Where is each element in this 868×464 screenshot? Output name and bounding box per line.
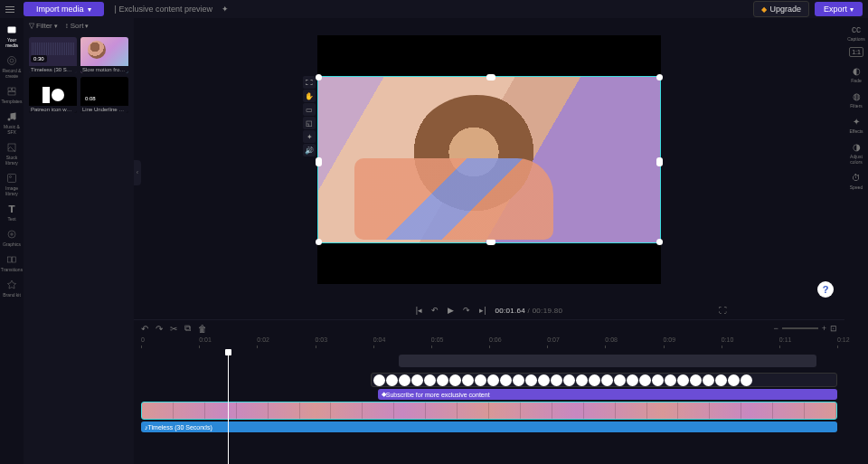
- selected-clip-frame[interactable]: [317, 76, 661, 243]
- canvas[interactable]: ⛶ ✋ ▭ ◱ ✦ 🔊: [317, 35, 661, 284]
- nav-image[interactable]: Image library: [1, 170, 23, 199]
- split-icon[interactable]: ✂: [170, 324, 177, 334]
- ruler-tick: 0:12: [837, 336, 850, 343]
- svg-rect-0: [8, 27, 16, 33]
- ruler-tick: 0:02: [257, 336, 269, 343]
- zoom-in-icon[interactable]: +: [822, 324, 826, 333]
- right-sidebar: ccCaptions 1:1 ◐Fade ◍Filters ✦Effects ◑…: [844, 18, 868, 464]
- delete-icon[interactable]: 🗑: [198, 324, 207, 334]
- media-clip-audio[interactable]: 0:30Timeless (30 Secon...: [29, 37, 77, 73]
- speed-button[interactable]: ⏱Speed: [846, 170, 866, 193]
- sort-dropdown[interactable]: ↕ Sort: [65, 22, 90, 30]
- ruler-tick: 0:11: [779, 336, 792, 343]
- resize-handle-br[interactable]: [656, 239, 663, 245]
- undo-icon[interactable]: ↶: [141, 324, 148, 334]
- media-clip-video[interactable]: Slow motion from B...: [80, 37, 128, 73]
- step-fwd-icon[interactable]: ↷: [463, 306, 470, 315]
- filters-button[interactable]: ◍Filters: [846, 89, 866, 111]
- nav-record[interactable]: Record & create: [1, 52, 23, 81]
- ruler-tick: 0:03: [316, 336, 328, 343]
- breadcrumb-sep: |: [115, 5, 117, 14]
- ruler-tick: 0:01: [199, 336, 212, 343]
- track-clip-text[interactable]: ◆ Subscribe for more exclusive content: [378, 389, 837, 400]
- media-clip-patreon[interactable]: Patreon icon white ...: [29, 77, 77, 113]
- resize-handle-mr[interactable]: [656, 157, 663, 166]
- ruler-tick: 0: [141, 336, 145, 343]
- svg-rect-12: [8, 257, 12, 262]
- volume-icon[interactable]: 🔊: [303, 144, 316, 156]
- pip-icon[interactable]: ◱: [303, 117, 316, 129]
- svg-point-2: [8, 57, 16, 65]
- resize-handle-tl[interactable]: [316, 74, 322, 80]
- track-clip-video[interactable]: [141, 402, 837, 420]
- nav-your-media[interactable]: Your media: [1, 22, 23, 51]
- zoom-out-icon[interactable]: −: [773, 324, 778, 333]
- step-back-icon[interactable]: ↶: [431, 306, 439, 315]
- fit-icon[interactable]: ▭: [303, 103, 316, 116]
- fullscreen-icon[interactable]: ⛶: [719, 306, 727, 315]
- fade-button[interactable]: ◐Fade: [846, 63, 866, 86]
- wand-icon[interactable]: ✦: [303, 130, 316, 143]
- redo-icon[interactable]: ↷: [156, 324, 163, 334]
- zoom-controls[interactable]: −+⊡: [773, 324, 837, 333]
- nav-brand[interactable]: Brand kit: [1, 277, 23, 300]
- aspect-ratio-badge[interactable]: 1:1: [849, 47, 863, 57]
- track-clip-audio[interactable]: ♪ Timeless (30 Seconds): [141, 421, 837, 432]
- ruler-tick: 0:07: [547, 336, 560, 343]
- hand-icon[interactable]: ✋: [303, 90, 316, 102]
- resize-handle-bm[interactable]: [486, 239, 495, 245]
- zoom-fit-icon[interactable]: ⊡: [830, 324, 837, 333]
- ruler-tick: 0:09: [664, 336, 676, 343]
- play-icon[interactable]: ▶: [448, 306, 454, 315]
- resize-handle-tr[interactable]: [656, 74, 663, 80]
- timeline: ↶ ↷ ✂ ⧉ 🗑 −+⊡ 00:010:020:030:040:050:060…: [134, 319, 844, 464]
- top-bar: Import media | Exclusive content preview…: [0, 0, 868, 18]
- svg-rect-3: [8, 88, 12, 91]
- skip-end-icon[interactable]: ▸|: [479, 306, 486, 315]
- track-clip-placeholder[interactable]: [399, 355, 816, 367]
- ruler-tick: 0:10: [722, 336, 734, 343]
- time-ruler[interactable]: 00:010:020:030:040:050:060:070:080:090:1…: [141, 336, 837, 349]
- breadcrumb-title: Exclusive content preview: [118, 5, 212, 14]
- nav-templates[interactable]: Templates: [1, 83, 23, 107]
- ruler-tick: 0:05: [431, 336, 444, 343]
- media-panel: ▽ Filter ↕ Sort 0:30Timeless (30 Secon..…: [24, 18, 134, 464]
- help-button[interactable]: ?: [817, 281, 834, 298]
- skip-start-icon[interactable]: |◂: [416, 306, 422, 315]
- svg-rect-13: [13, 257, 16, 262]
- copy-icon[interactable]: ⧉: [184, 323, 191, 334]
- export-button[interactable]: Export: [815, 2, 863, 16]
- media-clip-underline[interactable]: 0:08Line Underline Stick...: [80, 77, 128, 113]
- nav-transitions[interactable]: Transitions: [1, 251, 23, 275]
- effects-button[interactable]: ✦Effects: [846, 114, 866, 137]
- left-nav: Your media Record & create Templates Mus…: [0, 18, 24, 464]
- tracks-area[interactable]: ◆ Subscribe for more exclusive content ♪…: [141, 349, 837, 464]
- player-controls: |◂ ↶ ▶ ↷ ▸| 00:01.64 / 00:19.80 ⛶: [134, 301, 844, 319]
- nav-stock[interactable]: Stock library: [1, 139, 23, 168]
- preview-area: ‹ ⛶ ✋ ▭ ◱ ✦ 🔊: [134, 18, 844, 301]
- resize-handle-tm[interactable]: [486, 74, 495, 80]
- upgrade-button[interactable]: Upgrade: [753, 1, 809, 17]
- ruler-tick: 0:08: [605, 336, 618, 343]
- nav-text[interactable]: Text: [1, 201, 23, 224]
- svg-rect-9: [8, 175, 16, 183]
- ai-sparkle-icon[interactable]: ✦: [222, 5, 229, 14]
- svg-point-10: [10, 176, 12, 178]
- filter-dropdown[interactable]: ▽ Filter: [29, 22, 58, 30]
- ruler-tick: 0:04: [373, 336, 386, 343]
- crop-icon[interactable]: ⛶: [303, 76, 316, 89]
- collapse-panel-handle[interactable]: ‹: [134, 160, 141, 185]
- captions-button[interactable]: ccCaptions: [846, 22, 866, 44]
- resize-handle-bl[interactable]: [316, 239, 322, 245]
- adjust-colors-button[interactable]: ◑Adjust colors: [846, 139, 866, 167]
- svg-rect-4: [13, 88, 16, 91]
- track-clip-graphic[interactable]: [371, 373, 837, 387]
- nav-graphics[interactable]: Graphics: [1, 226, 23, 250]
- svg-rect-5: [8, 92, 15, 96]
- menu-icon[interactable]: [5, 3, 18, 15]
- playhead[interactable]: [228, 349, 229, 464]
- nav-music[interactable]: Music & SFX: [1, 109, 23, 137]
- import-media-button[interactable]: Import media: [24, 2, 104, 16]
- resize-handle-ml[interactable]: [316, 157, 322, 166]
- ruler-tick: 0:06: [489, 336, 502, 343]
